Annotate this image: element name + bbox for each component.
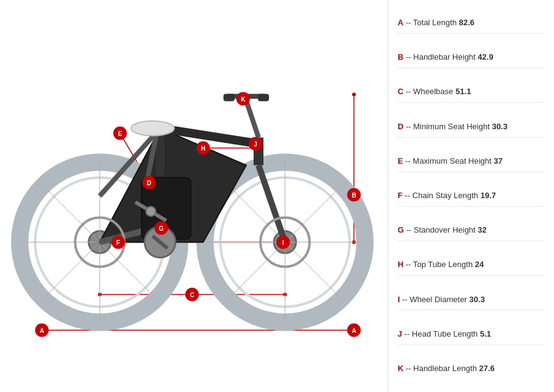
spec-item-e: E -- Maximum Seat Height 37: [398, 151, 545, 172]
spec-item-h: H -- Top Tube Length 24: [398, 255, 545, 276]
spec-label: -- Maximum Seat Height: [403, 156, 494, 166]
spec-label: -- Wheelbase: [403, 87, 456, 96]
svg-text:F: F: [116, 239, 120, 246]
spec-item-f: F -- Chain Stay Length 19.7: [398, 186, 545, 207]
spec-value: 51.1: [456, 87, 471, 96]
spec-key: K: [398, 364, 403, 373]
spec-label: -- Standover Height: [404, 225, 478, 234]
spec-value: 30.3: [492, 122, 507, 131]
svg-line-33: [287, 186, 342, 240]
spec-key: F: [398, 191, 403, 200]
svg-text:G: G: [159, 225, 164, 232]
svg-line-34: [228, 245, 283, 299]
svg-text:B: B: [351, 192, 356, 199]
spec-item-k: K -- Handlebar Length 27.6: [398, 359, 545, 379]
svg-text:C: C: [190, 292, 194, 298]
diagram-panel: A A B C D E F G H I J K: [0, 0, 388, 392]
spec-item-a: A -- Total Length 82.6: [398, 13, 545, 34]
spec-item-g: G -- Standover Height 32: [398, 220, 545, 241]
spec-label: -- Head Tube Length: [402, 329, 480, 338]
spec-label: -- Handlebar Length: [403, 364, 479, 373]
spec-label: -- Chain Stay Length: [403, 191, 480, 200]
spec-value: 27.6: [479, 364, 494, 373]
spec-key: G: [398, 225, 404, 234]
spec-key: D: [398, 122, 403, 131]
spec-value: 32: [478, 225, 486, 234]
spec-key: C: [398, 87, 403, 96]
svg-line-45: [246, 101, 259, 138]
svg-point-4: [352, 93, 356, 97]
spec-item-b: B -- Handlebar Height 42.9: [398, 47, 545, 68]
spec-label: -- Total Length: [403, 18, 459, 27]
svg-line-20: [43, 186, 97, 240]
spec-value: 82.6: [459, 18, 474, 27]
svg-text:I: I: [283, 239, 284, 246]
spec-value: 5.1: [480, 329, 491, 338]
svg-text:K: K: [241, 96, 246, 103]
svg-text:E: E: [118, 130, 122, 137]
spec-key: A: [398, 18, 403, 27]
spec-value: 37: [494, 156, 502, 166]
spec-item-i: I -- Wheel Diameter 30.3: [398, 290, 545, 311]
svg-line-23: [43, 245, 97, 299]
spec-label: -- Minimum Seat Height: [403, 122, 492, 131]
svg-text:J: J: [254, 141, 257, 148]
spec-key: B: [398, 52, 403, 62]
spec-value: 19.7: [480, 191, 496, 200]
svg-point-44: [131, 121, 174, 136]
spec-item-c: C -- Wheelbase 51.1: [398, 82, 545, 103]
svg-rect-48: [258, 94, 269, 102]
svg-line-32: [287, 245, 342, 299]
spec-label: -- Wheel Diameter: [400, 295, 470, 304]
specs-panel: A -- Total Length 82.6B -- Handlebar Hei…: [388, 0, 554, 392]
spec-label: -- Top Tube Length: [403, 260, 475, 269]
svg-point-54: [146, 207, 156, 217]
spec-label: -- Handlebar Height: [403, 52, 478, 62]
svg-text:A: A: [351, 327, 356, 334]
spec-key: E: [398, 156, 403, 166]
spec-value: 30.3: [469, 295, 484, 304]
svg-rect-47: [223, 94, 235, 102]
svg-text:A: A: [39, 327, 44, 334]
svg-text:D: D: [147, 180, 151, 186]
spec-item-d: D -- Minimum Seat Height 30.3: [398, 117, 545, 138]
spec-value: 42.9: [478, 52, 493, 62]
spec-value: 24: [475, 260, 484, 269]
svg-text:H: H: [201, 145, 205, 152]
spec-key: H: [398, 260, 403, 269]
spec-item-j: J -- Head Tube Length 5.1: [398, 324, 545, 345]
